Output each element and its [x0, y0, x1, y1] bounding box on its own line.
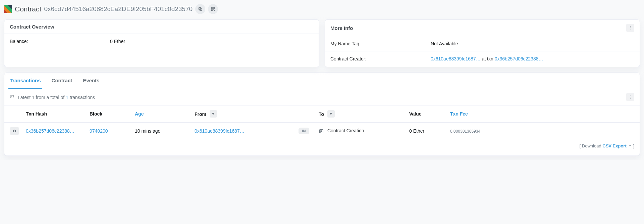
contract-address: 0x6cd7d44516a20882cEa2DE9f205bF401c0d235… [44, 5, 193, 13]
export-suffix: ] [632, 143, 634, 148]
qr-code-button[interactable] [208, 4, 218, 14]
svg-rect-5 [213, 9, 214, 10]
th-from: From [195, 111, 206, 117]
name-tag-label: My Name Tag: [330, 41, 431, 46]
summary-suffix: transactions [68, 95, 95, 100]
block-link[interactable]: 9740200 [90, 128, 108, 134]
svg-rect-4 [211, 9, 213, 11]
th-hash: Txn Hash [22, 105, 86, 123]
from-address-link[interactable]: 0x610ae88399fc1687… [195, 128, 245, 134]
tab-transactions[interactable]: Transactions [8, 73, 42, 89]
download-icon [628, 144, 632, 149]
th-block: Block [86, 105, 131, 123]
summary-latest: 1 [32, 95, 35, 100]
at-txn-text: at txn [482, 56, 495, 61]
svg-point-11 [630, 97, 631, 97]
summary-total: 1 [66, 95, 68, 100]
tab-bar: Transactions Contract Events [4, 73, 640, 89]
summary-mid: from a total of [35, 95, 66, 100]
filter-icon [329, 112, 333, 116]
view-tx-button[interactable] [10, 127, 19, 135]
svg-point-12 [630, 98, 631, 99]
summary-prefix: Latest [18, 95, 32, 100]
creator-txn-link[interactable]: 0x36b257d06c22388… [495, 56, 543, 61]
to-filter-button[interactable] [327, 110, 335, 118]
page-header: Contract 0x6cd7d44516a20882cEa2DE9f205bF… [4, 4, 640, 14]
balance-row: Balance: 0 Ether [4, 34, 319, 49]
creator-address-link[interactable]: 0x610ae88399fc1687… [431, 56, 481, 61]
name-tag-value: Not Available [431, 41, 634, 46]
tx-fee: 0.000301366934 [450, 129, 480, 134]
svg-point-8 [630, 28, 631, 28]
transactions-table: Txn Hash Block Age From To Value [4, 105, 640, 139]
eye-icon [12, 129, 17, 133]
svg-point-10 [630, 96, 631, 96]
tab-contract[interactable]: Contract [50, 73, 74, 89]
kebab-icon [628, 95, 632, 99]
th-value: Value [406, 105, 447, 123]
creator-label: Contract Creator: [330, 56, 431, 61]
th-to: To [319, 111, 324, 117]
sort-icon [10, 95, 16, 100]
copy-address-button[interactable] [195, 4, 205, 14]
contract-icon [319, 128, 325, 134]
export-row: [ Download CSV Export ] [4, 139, 640, 155]
balance-label: Balance: [10, 39, 110, 44]
contract-overview-card: Contract Overview Balance: 0 Ether [4, 19, 319, 67]
svg-rect-3 [213, 7, 215, 9]
filter-icon [211, 112, 215, 116]
tx-hash-link[interactable]: 0x36b257d06c22388… [26, 128, 74, 134]
identicon-icon [4, 5, 12, 13]
svg-rect-6 [214, 10, 215, 11]
svg-point-9 [630, 29, 631, 30]
from-filter-button[interactable] [210, 110, 217, 118]
name-tag-row: My Name Tag: Not Available [325, 36, 640, 51]
tx-more-menu-button[interactable] [626, 93, 634, 101]
copy-icon [198, 7, 203, 11]
tab-events[interactable]: Events [82, 73, 101, 89]
to-value: Contract Creation [327, 128, 364, 133]
csv-export-link[interactable]: CSV Export [602, 143, 627, 148]
svg-rect-2 [211, 7, 213, 9]
page-title-label: Contract [15, 5, 41, 13]
th-fee-toggle[interactable]: Txn Fee [450, 111, 468, 117]
export-prefix: [ Download [580, 143, 603, 148]
creator-row: Contract Creator: 0x610ae88399fc1687… at… [325, 51, 640, 66]
tx-value: 0 Ether [406, 123, 447, 140]
more-info-card: More Info My Name Tag: Not Available Con… [325, 19, 640, 67]
tx-summary-row: Latest 1 from a total of 1 transactions [4, 89, 640, 105]
th-age-toggle[interactable]: Age [135, 111, 144, 117]
qr-icon [211, 7, 215, 11]
more-info-title: More Info [330, 25, 353, 31]
more-info-menu-button[interactable] [626, 24, 634, 32]
kebab-icon [628, 26, 632, 30]
svg-point-7 [630, 27, 631, 27]
direction-badge: IN [299, 128, 309, 134]
transactions-panel: Transactions Contract Events Latest 1 fr… [4, 73, 640, 156]
table-row: 0x36b257d06c22388… 9740200 10 mins ago 0… [4, 123, 640, 140]
balance-value: 0 Ether [110, 39, 314, 44]
overview-card-title: Contract Overview [4, 20, 319, 34]
tx-age: 10 mins ago [131, 123, 191, 140]
